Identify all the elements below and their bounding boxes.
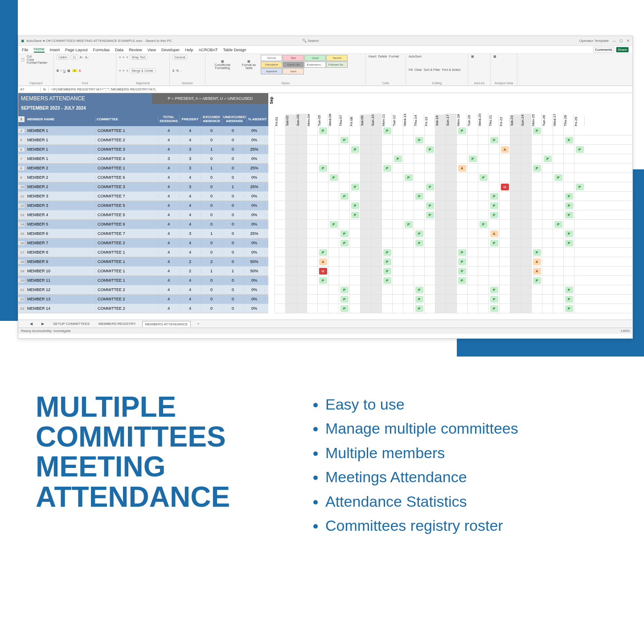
name-box[interactable]: A7 [18,87,41,91]
calendar-cell[interactable] [317,295,328,304]
calendar-cell[interactable] [424,267,435,275]
calendar-cell[interactable] [510,304,521,313]
align-icon[interactable]: ≡ [126,56,128,59]
calendar-cell[interactable] [349,229,360,238]
cell-total[interactable]: 4 [158,297,180,301]
sheet-tab[interactable]: SETUP COMMITTEES [50,321,92,327]
calendar-cell[interactable] [403,229,414,238]
calendar-cell[interactable] [328,210,339,219]
calendar-cell[interactable] [403,248,414,257]
calendar-cell[interactable]: P [574,145,585,154]
calendar-cell[interactable]: P [488,238,499,247]
calendar-cell[interactable] [371,295,381,304]
cell-styles-gallery[interactable]: NormalBadGoodNeutralCalculationCheck Cel… [261,55,363,74]
calendar-cell[interactable] [456,238,467,247]
calendar-cell[interactable] [542,257,553,266]
calendar-cell[interactable] [435,145,446,154]
cell-style-3[interactable]: Neutral [326,55,348,61]
calendar-cell[interactable] [424,276,435,285]
calendar-cell[interactable] [531,201,542,210]
calendar-cell[interactable] [403,276,414,285]
calendar-cell[interactable] [414,201,424,210]
calendar-cell[interactable] [392,276,403,285]
calendar-cell[interactable]: P [317,126,328,135]
calendar-cell[interactable] [360,164,371,172]
calendar-cell[interactable] [414,154,424,163]
calendar-cell[interactable] [435,164,446,172]
calendar-cell[interactable]: P [488,295,499,304]
calendar-cell[interactable] [424,304,435,313]
calendar-cell[interactable]: P [531,126,542,135]
calendar-cell[interactable] [563,145,574,154]
calendar-cell[interactable]: P [563,285,574,294]
calendar-cell[interactable] [285,276,296,285]
calendar-cell[interactable]: P [542,154,553,163]
calendar-cell[interactable] [328,276,339,285]
calendar-cell[interactable] [531,220,542,229]
cell-percent[interactable]: 0% [244,287,265,292]
calendar-cell[interactable] [296,304,307,313]
cell-committee[interactable]: COMMITTEE 1 [96,128,158,133]
copy-button[interactable]: Copy [27,58,47,61]
date-header[interactable]: Fri-01 [275,116,285,126]
cell-total[interactable]: 4 [158,287,180,292]
cell-excused[interactable]: 1 [201,269,222,273]
calendar-cell[interactable] [542,126,553,135]
date-header[interactable]: Sun-03 [296,114,307,126]
cell-total[interactable]: 4 [158,278,180,283]
cell-total[interactable]: 4 [158,128,180,133]
col-excused[interactable]: EXCUSED ABSENCE [201,114,222,124]
cell-present[interactable]: 4 [180,287,201,292]
cell-committee[interactable]: COMMITTEE 1 [96,250,158,254]
calendar-cell[interactable] [574,248,585,257]
cell-total[interactable]: 4 [158,241,180,245]
calendar-cell[interactable] [360,173,371,182]
cell-percent[interactable]: 50% [244,269,265,273]
calendar-cell[interactable]: P [414,192,424,201]
date-header[interactable]: Tue-19 [467,114,478,126]
calendar-cell[interactable] [553,248,563,257]
calendar-cell[interactable]: P [424,201,435,210]
table-row[interactable]: 5MEMBER 1COMMITTEE 244000% [18,135,268,145]
calendar-cell[interactable]: P [563,192,574,201]
calendar-cell[interactable] [403,135,414,144]
calendar-cell[interactable] [435,285,446,294]
calendar-cell[interactable] [275,248,285,257]
calendar-cell[interactable] [339,145,349,154]
calendar-cell[interactable] [339,210,349,219]
underline-button[interactable]: U [63,69,66,72]
cell-member-name[interactable]: MEMBER 13 [25,297,96,301]
fx-icon[interactable]: fx [41,87,49,91]
calendar-cell[interactable] [574,126,585,135]
calendar-cell[interactable] [296,229,307,238]
calendar-cell[interactable] [499,210,510,219]
calendar-cell[interactable] [510,126,521,135]
calendar-cell[interactable] [521,210,531,219]
calendar-cell[interactable] [381,201,392,210]
menu-home[interactable]: Home [34,47,45,53]
sheet-tab[interactable]: MEMBERS REGISTRY [96,321,138,327]
cell-committee[interactable]: COMMITTEE 1 [96,259,158,264]
calendar-cell[interactable] [371,173,381,182]
calendar-cell[interactable] [446,173,456,182]
calendar-cell[interactable] [275,229,285,238]
cell-committee[interactable]: COMMITTEE 2 [96,297,158,301]
cell-total[interactable]: 4 [158,222,180,226]
menu-acrobat[interactable]: ACROBAT [199,48,218,52]
cell-excused[interactable]: 0 [201,185,222,189]
cell-excused[interactable]: 0 [201,138,222,142]
calendar-cell[interactable] [360,238,371,247]
calendar-cell[interactable] [317,154,328,163]
date-header[interactable]: Tue-05 [317,114,328,126]
calendar-cell[interactable] [435,126,446,135]
calendar-cell[interactable] [478,285,488,294]
menu-page-layout[interactable]: Page Layout [65,48,88,52]
calendar-cell[interactable] [435,238,446,247]
table-row[interactable]: 13MEMBER 4COMMITTEE 544000% [18,210,268,220]
calendar-cell[interactable] [328,201,339,210]
calendar-cell[interactable] [553,238,563,247]
autosum-button[interactable]: AutoSum [409,55,422,58]
date-header[interactable]: Thu-07 [339,114,349,126]
calendar-cell[interactable]: P [553,173,563,182]
table-row[interactable]: 9MEMBER 2COMMITTEE 644000% [18,173,268,182]
